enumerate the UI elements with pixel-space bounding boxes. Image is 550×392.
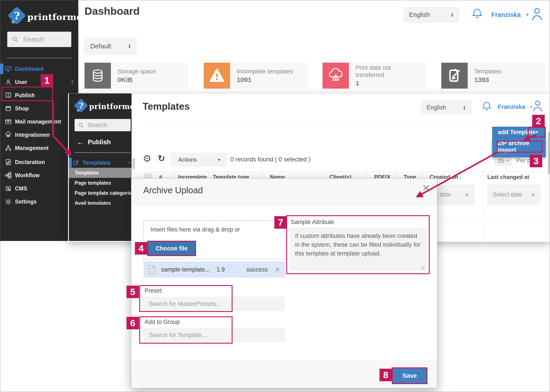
group-input-wrap[interactable]: [143, 328, 285, 342]
sidebar-item-declaration[interactable]: Declaration: [5, 156, 45, 168]
choose-file-button[interactable]: Choose file: [147, 241, 196, 256]
sidebar-search[interactable]: [75, 119, 131, 131]
logo-mark: ?: [14, 10, 20, 22]
sidebar-item-management[interactable]: Management: [5, 142, 49, 154]
refresh-icon[interactable]: ↻: [158, 153, 165, 163]
file-version: 1.9: [216, 266, 225, 273]
sort-descending-icon[interactable]: ↓: [459, 174, 462, 180]
stat-icon-box: [204, 63, 230, 89]
sidebar-search[interactable]: [7, 32, 71, 47]
sample-attribute-label: Sample Attribute: [291, 219, 334, 226]
sample-attribute-textarea[interactable]: If custom attributes have already been c…: [290, 228, 427, 271]
sidebar-divider: [75, 152, 131, 153]
preset-input-wrap[interactable]: [143, 297, 285, 311]
avatar-icon[interactable]: [531, 99, 544, 113]
sidebar-item-templates-parent[interactable]: Templates: [73, 158, 132, 168]
preset-search-input[interactable]: [148, 300, 272, 308]
stat-value: 0KiB: [117, 76, 188, 84]
stat-icon-box: [441, 63, 468, 89]
workspace-select[interactable]: Default ▲▼: [85, 38, 137, 55]
sidebar-item-mail-management[interactable]: Mail management: [5, 115, 61, 128]
language-select[interactable]: English ▲▼: [421, 100, 471, 115]
save-button[interactable]: Save: [392, 367, 428, 384]
chevron-down-icon: ▼: [526, 13, 529, 17]
cloud-network-icon: [5, 131, 12, 139]
back-to-publish[interactable]: ← Publish: [77, 138, 111, 147]
sidebar-item-label: Shop: [15, 105, 29, 112]
close-icon[interactable]: ×: [422, 181, 430, 195]
file-status: success: [246, 266, 268, 273]
bell-icon[interactable]: [481, 100, 492, 113]
stat-card-incomplete-templates: Incomplete templates 1091: [204, 63, 307, 89]
submenu-item-page-templates[interactable]: Page templates: [69, 178, 132, 188]
sidebar-item-label: CMS: [15, 185, 27, 192]
user-name: Franziska: [498, 104, 525, 110]
stat-value: 1091: [237, 76, 307, 84]
language-select[interactable]: English ▲▼: [403, 7, 459, 23]
clear-filter-icon[interactable]: ×: [465, 190, 469, 199]
sidebar-search-input[interactable]: [23, 35, 68, 43]
column-header-last-changed[interactable]: Last changed at: [487, 174, 529, 180]
zip-archive-import-item[interactable]: ZIP archive import: [498, 142, 542, 152]
date-filter-placeholder: Select date: [493, 191, 522, 198]
sidebar-item-label: Settings: [15, 198, 37, 205]
search-icon: [78, 122, 84, 128]
active-item-indicator: [69, 158, 72, 168]
sidebar-item-cms[interactable]: CMS: [5, 182, 27, 195]
badge-number: 1: [44, 75, 50, 86]
sidebar-item-user[interactable]: User: [5, 76, 27, 88]
sidebar-item-integrationen[interactable]: Integrationen: [5, 129, 50, 141]
sidebar-item-label: Integrationen: [15, 132, 50, 138]
group-search-input[interactable]: [148, 332, 272, 339]
sidebar-collapse-chevron[interactable]: ‹: [71, 77, 74, 86]
stat-card-templates: Templates 1393: [441, 63, 545, 89]
language-select-value: English: [427, 104, 446, 111]
actions-select[interactable]: Actions ▼: [170, 153, 227, 167]
stat-icon-box: [322, 63, 349, 89]
step-badge-3: 3: [530, 155, 542, 167]
remove-file-icon[interactable]: ×: [275, 265, 280, 274]
user-menu[interactable]: Franziska ▼: [498, 104, 533, 110]
resize-handle-icon[interactable]: [420, 265, 425, 270]
book-icon: [5, 92, 12, 99]
bell-icon[interactable]: [471, 7, 483, 21]
step-badge-4: 4: [135, 242, 147, 255]
org-chart-icon: [5, 144, 12, 152]
user-icon: [5, 78, 12, 86]
submenu-item-page-template-categories[interactable]: Page template categories: [69, 188, 132, 198]
file-icon: [147, 265, 156, 275]
warning-icon: [209, 68, 225, 84]
sidebar-item-label: Templates: [83, 159, 110, 166]
submenu-item-avail-templates[interactable]: Avail templates: [69, 198, 132, 205]
sidebar-item-settings[interactable]: Settings: [5, 196, 37, 208]
sidebar-item-publish[interactable]: Publish: [5, 89, 35, 101]
shop-icon: [5, 105, 12, 112]
table-settings-gear-icon[interactable]: ⚙: [143, 153, 151, 164]
sidebar-item-label: Mail management: [15, 119, 61, 125]
printformer-logo[interactable]: ? printformer: [7, 7, 73, 27]
clear-filter-icon[interactable]: ×: [531, 190, 535, 199]
edit-icon: [73, 159, 79, 166]
per-page-value: 25: [498, 157, 504, 164]
sidebar-item-shop[interactable]: Shop: [5, 102, 29, 115]
last-changed-date-filter[interactable]: Select date ×: [487, 184, 541, 205]
step-badge-5: 5: [127, 286, 139, 298]
badge-number: 4: [139, 243, 144, 254]
step-badge-6: 6: [127, 317, 139, 329]
user-menu[interactable]: Franziska ▼: [491, 11, 529, 19]
badge-number: 3: [534, 156, 539, 166]
chevron-down-icon: ▼: [506, 159, 509, 162]
printformer-logo[interactable]: ? printformer: [74, 99, 129, 114]
page-scrollbar[interactable]: [548, 132, 550, 174]
sidebar-item-dashboard[interactable]: Dashboard: [5, 63, 44, 75]
sidebar-item-workflow[interactable]: Workflow: [5, 169, 40, 181]
stat-value: 1: [356, 80, 426, 87]
cloud-warning-icon: [327, 67, 344, 84]
header-divider: [142, 122, 548, 123]
avatar-icon[interactable]: [530, 6, 544, 22]
sidebar-search-input[interactable]: [87, 121, 128, 129]
submenu-item-templates[interactable]: Templates: [69, 168, 132, 178]
back-label: Publish: [88, 139, 111, 146]
sidebar-scrollbar[interactable]: [132, 158, 135, 169]
add-template-caret-button[interactable]: ▼: [529, 127, 545, 137]
